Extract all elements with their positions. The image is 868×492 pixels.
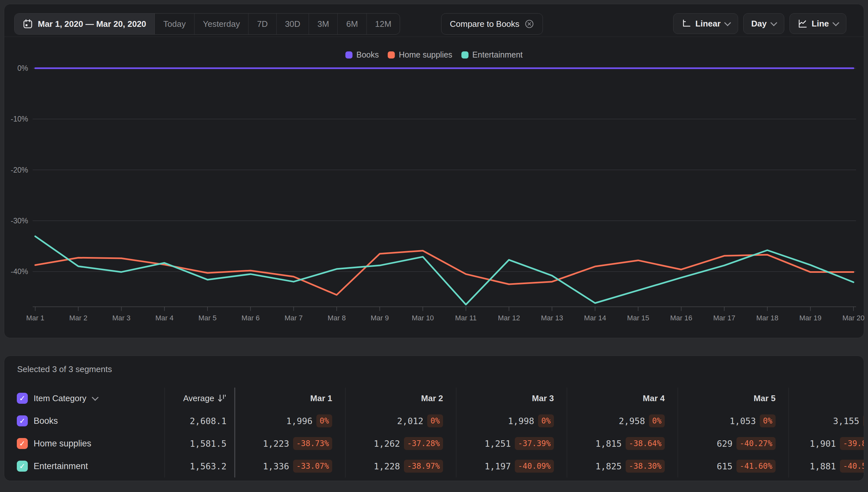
quick-range-7d[interactable]: 7D xyxy=(249,14,276,34)
percent-change-badge: -40.50% xyxy=(840,460,864,473)
segment-cell[interactable]: ✓Home supplies xyxy=(17,438,164,449)
x-axis-label: Mar 11 xyxy=(455,314,477,322)
quick-range-yesterday[interactable]: Yesterday xyxy=(195,14,249,34)
day-value-cell: 2,9580% xyxy=(567,414,678,427)
day-value: 1,197 xyxy=(485,461,511,471)
day-header-cell[interactable]: Mar 1 xyxy=(234,393,345,403)
day-value: 615 xyxy=(717,461,733,471)
day-header-cell[interactable]: Mar 2 xyxy=(345,393,456,403)
y-axis-label: -10% xyxy=(11,115,28,123)
day-value: 1,881 xyxy=(810,461,836,471)
select-all-checkbox[interactable]: ✓ xyxy=(17,393,28,404)
table-row: ✓Entertainment1,563.21,336-33.07%1,228-3… xyxy=(17,455,864,477)
scale-dropdown[interactable]: Linear xyxy=(673,13,738,34)
chevron-down-icon xyxy=(833,19,839,26)
x-axis-label: Mar 1 xyxy=(26,314,44,322)
date-range-button[interactable]: Mar 1, 2020 — Mar 20, 2020 xyxy=(15,14,155,34)
quick-range-30d[interactable]: 30D xyxy=(277,14,309,34)
segment-label: Home supplies xyxy=(34,439,92,449)
percent-change-badge: -33.07% xyxy=(293,460,332,473)
segment-checkbox[interactable]: ✓ xyxy=(17,438,28,449)
column-divider xyxy=(234,388,235,477)
x-axis-label: Mar 18 xyxy=(756,314,778,322)
day-value: 1,998 xyxy=(508,416,534,426)
series-line-entertainment[interactable] xyxy=(35,236,853,304)
segment-cell[interactable]: ✓Entertainment xyxy=(17,461,164,472)
granularity-label: Day xyxy=(751,19,767,29)
toolbar: Mar 1, 2020 — Mar 20, 2020 TodayYesterda… xyxy=(4,4,864,37)
day-value-cell: 1,9980% xyxy=(456,414,567,427)
x-axis-label: Mar 13 xyxy=(541,314,563,322)
category-header-cell[interactable]: ✓ Item Category xyxy=(17,393,164,404)
day-value-cell: 3,1550% xyxy=(789,414,864,427)
x-axis-label: Mar 19 xyxy=(799,314,821,322)
quick-range-today[interactable]: Today xyxy=(155,14,194,34)
percent-change-badge: -37.28% xyxy=(404,437,443,450)
quick-range-3m[interactable]: 3M xyxy=(309,14,338,34)
percent-change-badge: -38.64% xyxy=(626,437,665,450)
quick-range-6m[interactable]: 6M xyxy=(338,14,366,34)
x-axis-label: Mar 10 xyxy=(412,314,434,322)
segment-checkbox[interactable]: ✓ xyxy=(17,415,28,426)
percent-change-badge: -41.60% xyxy=(737,460,775,473)
table-header-row: ✓ Item Category Average Mar 1Mar 2Mar 3M… xyxy=(17,387,864,410)
segment-checkbox[interactable]: ✓ xyxy=(17,461,28,472)
percent-change-badge: 0% xyxy=(649,414,665,427)
x-axis-label: Mar 4 xyxy=(155,314,174,322)
day-header-cell[interactable]: Mar 3 xyxy=(456,393,567,403)
day-value-cell: 1,336-33.07% xyxy=(234,460,345,473)
day-value-cell: 1,223-38.73% xyxy=(234,437,345,450)
compare-chip[interactable]: Compare to Books xyxy=(441,13,543,34)
percent-change-badge: -37.39% xyxy=(515,437,554,450)
x-axis-label: Mar 6 xyxy=(241,314,259,322)
segment-label: Entertainment xyxy=(34,461,88,471)
average-value: 2,608.1 xyxy=(164,416,234,426)
percent-change-badge: 0% xyxy=(316,414,332,427)
average-header-label: Average xyxy=(183,393,214,403)
day-value-cell: 1,262-37.28% xyxy=(345,437,456,450)
percent-change-badge: 0% xyxy=(538,414,554,427)
day-value: 1,336 xyxy=(263,461,289,471)
column-divider xyxy=(456,388,456,477)
day-value: 1,262 xyxy=(374,439,400,449)
remove-compare-icon[interactable] xyxy=(525,19,534,29)
segments-table: ✓ Item Category Average Mar 1Mar 2Mar 3M… xyxy=(17,387,864,477)
percent-change-badge: -39.80% xyxy=(840,437,864,450)
column-divider xyxy=(567,388,567,477)
percent-change-badge: 0% xyxy=(760,414,775,427)
day-value: 1,223 xyxy=(263,439,289,449)
table-row: ✓Home supplies1,581.51,223-38.73%1,262-3… xyxy=(17,432,864,455)
percent-change-badge: -38.73% xyxy=(293,437,332,450)
granularity-dropdown[interactable]: Day xyxy=(743,13,784,34)
day-value: 1,251 xyxy=(485,439,511,449)
quick-range-12m[interactable]: 12M xyxy=(367,14,400,34)
line-chart-icon xyxy=(797,19,807,28)
x-axis-label: Mar 8 xyxy=(328,314,346,322)
selected-segments-label: Selected 3 of 3 segments xyxy=(17,364,112,374)
linear-scale-icon xyxy=(681,19,691,28)
percent-change-badge: -38.30% xyxy=(626,460,665,473)
x-axis-label: Mar 17 xyxy=(713,314,735,322)
chevron-down-icon xyxy=(92,394,99,400)
x-axis-label: Mar 15 xyxy=(627,314,649,322)
day-value-cell: 1,228-38.97% xyxy=(345,460,456,473)
series-line-home-supplies[interactable] xyxy=(35,251,853,295)
compare-chip-label: Compare to Books xyxy=(450,19,519,29)
day-value: 1,825 xyxy=(595,461,622,471)
day-value: 1,996 xyxy=(286,416,312,426)
day-value-cell: 1,901-39.80% xyxy=(789,437,864,450)
day-value: 629 xyxy=(717,439,733,449)
scale-label: Linear xyxy=(695,19,721,29)
day-value-cell: 615-41.60% xyxy=(678,460,789,473)
sort-descending-icon[interactable] xyxy=(218,393,227,403)
y-axis-label: 0% xyxy=(18,64,28,72)
chevron-down-icon xyxy=(770,19,777,26)
day-header-cell[interactable]: Mar 5 xyxy=(678,393,789,403)
day-value-cell: 1,825-38.30% xyxy=(567,460,678,473)
average-header-cell[interactable]: Average xyxy=(164,393,234,403)
chart-tools: Linear Day Line xyxy=(673,13,846,34)
day-header-cell[interactable]: Mar 4 xyxy=(567,393,678,403)
x-axis-label: Mar 9 xyxy=(371,314,389,322)
chart-type-dropdown[interactable]: Line xyxy=(789,13,846,34)
segment-cell[interactable]: ✓Books xyxy=(17,415,164,426)
